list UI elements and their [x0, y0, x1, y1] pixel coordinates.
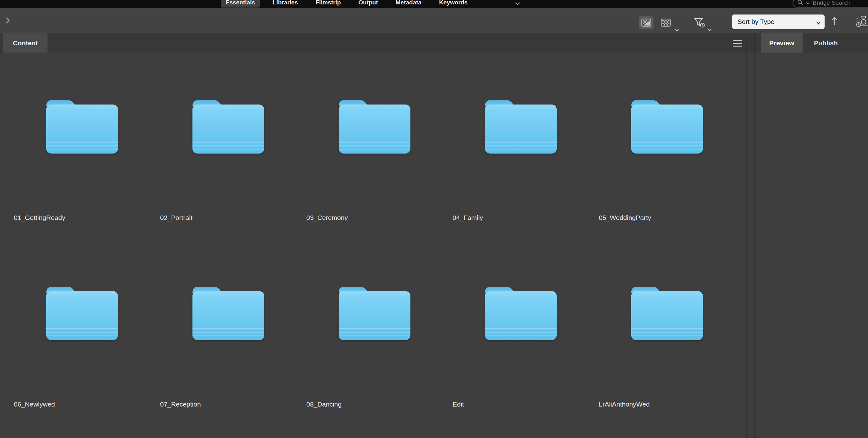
folder-name: LrAliAnthonyWed [599, 401, 650, 408]
sort-dropdown-chevron-icon [816, 20, 821, 26]
folder-icon [337, 95, 413, 156]
tab-publish[interactable]: Publish [805, 33, 846, 53]
bridge-window: Essentials Libraries Filmstrip Output Me… [0, 0, 868, 438]
panel-menu-icon[interactable] [733, 40, 742, 49]
workspace-tab[interactable]: Metadata [391, 0, 426, 7]
workspace-tabs: Essentials Libraries Filmstrip Output Me… [221, 0, 480, 7]
folder-icon [629, 281, 705, 342]
thumbnail-quality-icon [641, 19, 651, 27]
content-tab-label: Content [13, 39, 38, 47]
path-toolbar: Sort by Type [0, 8, 868, 33]
folder-grid: 01_GettingReady [9, 100, 740, 438]
sort-ascending-button[interactable] [831, 16, 838, 27]
filter-button[interactable] [694, 18, 705, 29]
search-scope-chevron-icon[interactable] [806, 0, 810, 6]
bridge-search-input[interactable]: Bridge Search [793, 0, 868, 7]
workspace-tab[interactable]: Output [354, 0, 383, 7]
content-panel-divider[interactable] [746, 33, 747, 438]
folder-name: Edit [453, 401, 464, 408]
workspace-tab[interactable]: Libraries [268, 0, 303, 7]
get-photos-from-camera-button[interactable] [856, 15, 868, 28]
thumbnail-quality-options-button[interactable] [658, 17, 673, 29]
folder-item[interactable]: 04_Family [447, 100, 594, 286]
folder-icon [337, 281, 413, 342]
folder-name: 08_Dancing [306, 401, 342, 408]
folder-item[interactable]: 05_WeddingParty [594, 100, 740, 286]
workspace-bar: Essentials Libraries Filmstrip Output Me… [0, 0, 868, 8]
folder-name: 07_Reception [160, 401, 201, 408]
folder-item[interactable]: 03_Ceremony [301, 100, 447, 286]
filter-dropdown-chevron-icon[interactable] [708, 27, 712, 33]
tab-content[interactable]: Content [3, 33, 48, 53]
right-panel-divider[interactable] [754, 33, 755, 438]
thumbnail-quality-options-icon [661, 19, 671, 27]
panel-header-strip: Content Preview Publish [0, 33, 868, 53]
folder-item[interactable]: 01_GettingReady [9, 100, 155, 286]
filter-funnel-icon [694, 18, 705, 28]
sort-by-label: Sort by Type [738, 18, 775, 26]
breadcrumb-chevron-icon[interactable] [6, 17, 10, 25]
sort-by-dropdown[interactable]: Sort by Type [732, 14, 825, 29]
tab-preview[interactable]: Preview [761, 33, 803, 53]
workspace-tab[interactable]: Keywords [434, 0, 472, 7]
quality-dropdown-chevron-icon[interactable] [675, 27, 679, 33]
search-placeholder: Bridge Search [813, 0, 850, 6]
thumbnail-quality-button[interactable] [639, 17, 653, 29]
folder-item[interactable]: 07_Reception [155, 286, 301, 438]
folder-icon [190, 95, 267, 156]
folder-icon [44, 281, 120, 342]
folder-item[interactable]: Edit [447, 286, 594, 438]
folder-icon [629, 95, 705, 156]
folder-name: 06_Newlywed [14, 401, 55, 408]
workspace-tab[interactable]: Essentials [221, 0, 260, 7]
folder-name: 02_Portrait [160, 214, 192, 222]
folder-name: 05_WeddingParty [599, 214, 651, 222]
folder-item[interactable]: 02_Portrait [155, 100, 301, 286]
folder-name: 04_Family [453, 214, 483, 222]
workspace-tab[interactable]: Filmstrip [311, 0, 345, 7]
folder-icon [190, 281, 267, 342]
search-icon [797, 0, 803, 7]
sort-ascending-arrow-icon [831, 16, 838, 26]
folder-icon [483, 95, 559, 156]
publish-tab-label: Publish [814, 39, 838, 47]
folder-icon [483, 281, 559, 342]
folder-name: 01_GettingReady [14, 214, 65, 222]
preview-panel-body [755, 53, 868, 438]
folder-name: 03_Ceremony [306, 214, 348, 222]
preview-tab-label: Preview [769, 39, 794, 47]
camera-import-icon [856, 15, 868, 27]
folder-item[interactable]: 06_Newlywed [9, 286, 155, 438]
content-panel: 01_GettingReady [0, 53, 746, 438]
workspace-options-chevron-icon[interactable] [515, 1, 520, 7]
folder-item[interactable]: 08_Dancing [301, 286, 447, 438]
folder-icon [44, 95, 120, 156]
folder-item[interactable]: LrAliAnthonyWed [594, 286, 740, 438]
